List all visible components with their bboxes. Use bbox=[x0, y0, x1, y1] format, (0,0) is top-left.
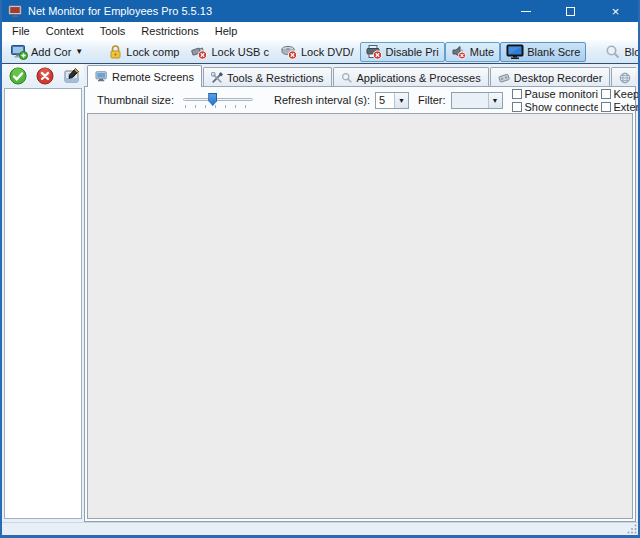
add-computer-icon bbox=[11, 44, 28, 60]
window-controls: × bbox=[503, 0, 638, 22]
show-connected-option[interactable]: Show connectec bbox=[512, 101, 598, 113]
view-controls-bar: Thumbnail size: Refresh interval (s): 5 … bbox=[85, 87, 635, 113]
slider-track bbox=[183, 98, 253, 101]
blank-screen-button[interactable]: Blank Scre bbox=[500, 42, 586, 62]
toolbar-button-label: Lock comp bbox=[126, 46, 179, 58]
menu-tools[interactable]: Tools bbox=[92, 23, 134, 39]
tab-strip: Remote Screens Tools & Restrictions bbox=[84, 64, 636, 87]
checkbox-icon[interactable] bbox=[601, 102, 611, 112]
app-icon bbox=[8, 4, 22, 18]
tab-label: Internet Control bbox=[635, 72, 636, 84]
filter-label: Filter: bbox=[418, 94, 446, 106]
titlebar[interactable]: Net Monitor for Employees Pro 5.5.13 × bbox=[2, 0, 638, 22]
remote-screens-page: Thumbnail size: Refresh interval (s): 5 … bbox=[84, 86, 636, 522]
app-window: Net Monitor for Employees Pro 5.5.13 × F… bbox=[0, 0, 640, 538]
magnifier-icon bbox=[605, 44, 621, 60]
menu-help[interactable]: Help bbox=[207, 23, 246, 39]
menu-restrictions[interactable]: Restrictions bbox=[133, 23, 206, 39]
checkbox-label: Show connectec bbox=[525, 101, 598, 113]
status-bar bbox=[2, 522, 638, 535]
toolbar-button-label: Add Cor bbox=[31, 46, 71, 58]
dvd-blocked-icon bbox=[281, 44, 298, 60]
minimize-button[interactable] bbox=[503, 0, 548, 22]
edit-list-icon[interactable] bbox=[63, 67, 81, 85]
lock-usb-button[interactable]: Lock USB c bbox=[185, 42, 274, 62]
toolbar-button-label: Disable Pri bbox=[386, 46, 439, 58]
red-x-circle-icon[interactable] bbox=[36, 67, 54, 85]
checkbox-icon[interactable] bbox=[601, 89, 611, 99]
tab-label: Applications & Processes bbox=[357, 72, 481, 84]
computer-list-toolbar bbox=[2, 64, 84, 87]
close-button[interactable]: × bbox=[593, 0, 638, 22]
thumbnail-size-slider[interactable] bbox=[183, 91, 253, 109]
monitor-icon bbox=[95, 71, 108, 82]
add-computer-button[interactable]: Add Cor ▼ bbox=[5, 42, 89, 62]
checkbox-label: Pause monitorin bbox=[525, 88, 598, 100]
main-area: Remote Screens Tools & Restrictions bbox=[2, 64, 638, 522]
tab-tools-restrictions[interactable]: Tools & Restrictions bbox=[203, 67, 332, 87]
lock-dvd-button[interactable]: Lock DVD/ bbox=[275, 42, 360, 62]
maximize-button[interactable] bbox=[548, 0, 593, 22]
toolbar-button-label: Blank Scre bbox=[527, 46, 580, 58]
tab-remote-screens[interactable]: Remote Screens bbox=[87, 65, 202, 87]
window-title: Net Monitor for Employees Pro 5.5.13 bbox=[28, 5, 212, 17]
tab-internet-control[interactable]: Internet Control bbox=[611, 67, 636, 87]
recorder-icon bbox=[498, 72, 510, 84]
green-check-circle-icon[interactable] bbox=[9, 67, 27, 85]
close-icon: × bbox=[612, 5, 620, 18]
computer-list-panel bbox=[2, 64, 84, 522]
menu-file[interactable]: File bbox=[4, 23, 38, 39]
checkbox-icon[interactable] bbox=[512, 89, 522, 99]
thumbnails-area[interactable] bbox=[87, 113, 633, 519]
usb-blocked-icon bbox=[191, 44, 208, 60]
chevron-down-icon: ▼ bbox=[488, 93, 502, 108]
padlock-icon bbox=[108, 44, 123, 60]
mute-button[interactable]: Mute bbox=[445, 42, 500, 62]
toolbar-button-label: Lock DVD/ bbox=[301, 46, 354, 58]
filter-select[interactable]: ▼ bbox=[451, 92, 503, 109]
extend-multiple-option[interactable]: Extend multiple bbox=[601, 101, 640, 113]
chevron-down-icon: ▼ bbox=[394, 93, 408, 108]
tab-area: Remote Screens Tools & Restrictions bbox=[84, 64, 638, 522]
tab-desktop-recorder[interactable]: Desktop Recorder bbox=[490, 67, 611, 87]
printer-blocked-icon bbox=[366, 44, 383, 60]
resize-grip-icon[interactable] bbox=[627, 524, 637, 534]
keep-aspect-option[interactable]: Keep original asp bbox=[601, 88, 640, 100]
pause-monitoring-option[interactable]: Pause monitorin bbox=[512, 88, 598, 100]
toolbar-button-label: Lock USB c bbox=[211, 46, 268, 58]
view-options: Pause monitorin Keep original asp Show c… bbox=[512, 88, 640, 113]
computer-list[interactable] bbox=[4, 88, 82, 519]
block-apps-button[interactable]: Block Apps ▼ bbox=[599, 42, 638, 62]
thumbnail-size-label: Thumbnail size: bbox=[97, 94, 174, 106]
magnifier-icon bbox=[341, 72, 353, 84]
checkbox-label: Extend multiple bbox=[614, 101, 640, 113]
refresh-interval-value: 5 bbox=[376, 94, 394, 106]
slider-ticks bbox=[185, 105, 251, 108]
toolbar-button-label: Block Apps bbox=[624, 46, 638, 58]
menu-bar: File Context Tools Restrictions Help bbox=[2, 22, 638, 40]
lock-computer-button[interactable]: Lock comp bbox=[102, 42, 185, 62]
speaker-muted-icon bbox=[451, 44, 467, 60]
toolbar-button-label: Mute bbox=[470, 46, 494, 58]
minimize-icon bbox=[521, 11, 531, 12]
tab-label: Tools & Restrictions bbox=[227, 72, 324, 84]
tools-icon bbox=[211, 72, 223, 84]
tab-applications-processes[interactable]: Applications & Processes bbox=[333, 67, 489, 87]
refresh-interval-select[interactable]: 5 ▼ bbox=[375, 92, 409, 109]
menu-context[interactable]: Context bbox=[38, 23, 92, 39]
main-toolbar: Add Cor ▼ Lock comp Lock USB c bbox=[2, 40, 638, 64]
tab-label: Remote Screens bbox=[112, 71, 194, 83]
checkbox-label: Keep original asp bbox=[614, 88, 640, 100]
checkbox-icon[interactable] bbox=[512, 102, 522, 112]
refresh-interval-label: Refresh interval (s): bbox=[274, 94, 370, 106]
tab-label: Desktop Recorder bbox=[514, 72, 603, 84]
disable-printing-button[interactable]: Disable Pri bbox=[360, 42, 445, 62]
maximize-icon bbox=[566, 7, 575, 16]
blank-screen-icon bbox=[506, 44, 524, 60]
globe-icon bbox=[619, 72, 631, 84]
chevron-down-icon: ▼ bbox=[75, 48, 83, 56]
